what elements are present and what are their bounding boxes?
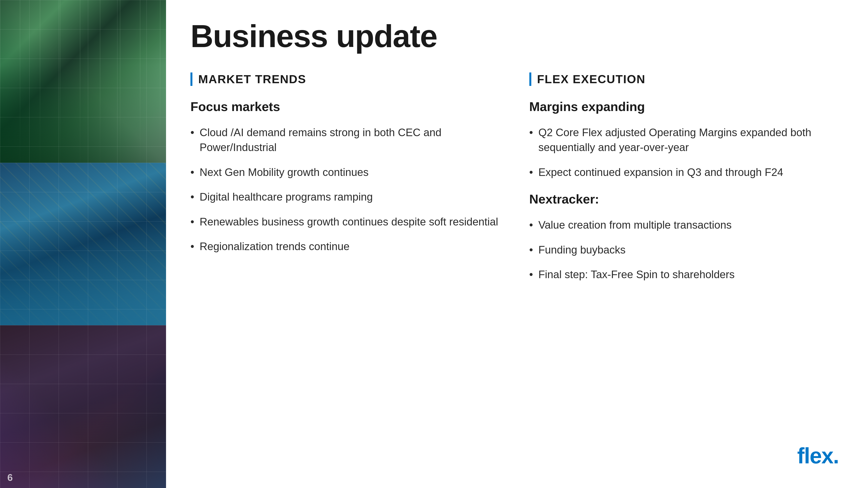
bullet-text: Renewables business growth continues des… (199, 214, 500, 229)
market-trends-border (190, 72, 192, 86)
forest-image (0, 0, 166, 163)
list-item: Funding buybacks (529, 242, 839, 257)
page-title: Business update (190, 20, 839, 53)
list-item: Final step: Tax-Free Spin to shareholder… (529, 267, 839, 282)
flex-execution-column: FLEX EXECUTION Margins expanding Q2 Core… (529, 72, 839, 469)
bullet-text: Funding buybacks (538, 242, 839, 257)
flex-execution-border (529, 72, 531, 86)
nextracker-list: Value creation from multiple transaction… (529, 218, 839, 282)
nextracker-title: Nextracker: (529, 192, 839, 206)
content-panel: Business update MARKET TRENDS Focus mark… (166, 0, 868, 488)
list-item: Regionalization trends continue (190, 239, 500, 254)
bullet-text: Value creation from multiple transaction… (538, 218, 839, 232)
focus-markets-title: Focus markets (190, 99, 500, 114)
bullet-text: Expect continued expansion in Q3 and thr… (538, 165, 839, 180)
content-columns: MARKET TRENDS Focus markets Cloud /AI de… (190, 72, 839, 469)
margins-list: Q2 Core Flex adjusted Operating Margins … (529, 125, 839, 180)
flex-execution-title: FLEX EXECUTION (537, 72, 646, 86)
market-trends-column: MARKET TRENDS Focus markets Cloud /AI de… (190, 72, 500, 469)
factory-image: 6 (0, 325, 166, 488)
list-item: Renewables business growth continues des… (190, 214, 500, 229)
flex-logo-text: flex. (797, 444, 839, 468)
market-trends-list: Cloud /AI demand remains strong in both … (190, 125, 500, 254)
list-item: Next Gen Mobility growth continues (190, 165, 500, 180)
margins-expanding-title: Margins expanding (529, 99, 839, 114)
list-item: Q2 Core Flex adjusted Operating Margins … (529, 125, 839, 155)
flex-logo: flex. (797, 443, 839, 468)
bullet-text: Cloud /AI demand remains strong in both … (199, 125, 500, 155)
market-trends-title: MARKET TRENDS (198, 72, 306, 86)
list-item: Expect continued expansion in Q3 and thr… (529, 165, 839, 180)
bullet-text: Next Gen Mobility growth continues (199, 165, 500, 180)
port-image (0, 163, 166, 325)
bullet-text: Final step: Tax-Free Spin to shareholder… (538, 267, 839, 282)
left-image-panel: 6 (0, 0, 166, 488)
flex-execution-header: FLEX EXECUTION (529, 72, 839, 86)
list-item: Digital healthcare programs ramping (190, 189, 500, 204)
bullet-text: Q2 Core Flex adjusted Operating Margins … (538, 125, 839, 155)
list-item: Cloud /AI demand remains strong in both … (190, 125, 500, 155)
page-number: 6 (7, 472, 13, 483)
market-trends-header: MARKET TRENDS (190, 72, 500, 86)
list-item: Value creation from multiple transaction… (529, 218, 839, 232)
bullet-text: Digital healthcare programs ramping (199, 189, 500, 204)
bullet-text: Regionalization trends continue (199, 239, 500, 254)
